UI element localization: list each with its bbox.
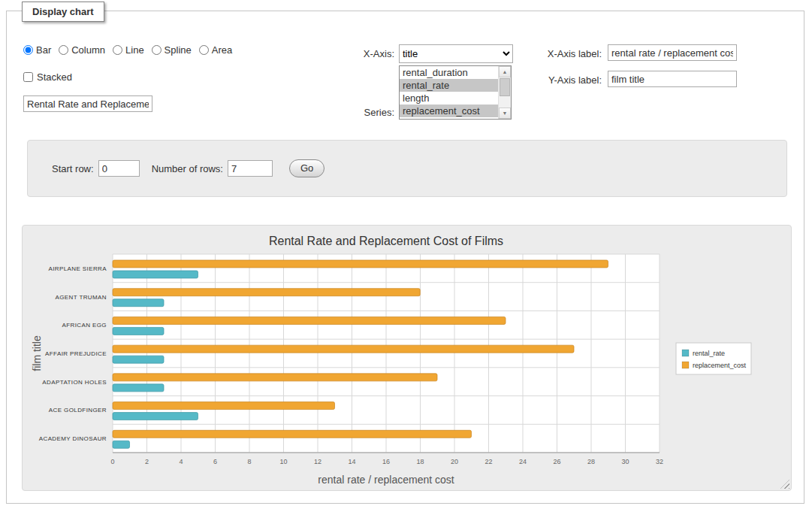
- x-axis-title: rental rate / replacement cost: [318, 474, 454, 486]
- bar-replacement_cost: [113, 260, 608, 268]
- bar-replacement_cost: [113, 345, 574, 353]
- x-axis-select[interactable]: title: [399, 44, 513, 63]
- x-axis-label-input[interactable]: [608, 44, 737, 61]
- legend-label: replacement_cost: [693, 362, 747, 369]
- category-label: AFRICAN EGG: [62, 322, 107, 329]
- rows-panel: Start row: Number of rows: Go: [27, 140, 787, 197]
- line-radio[interactable]: [113, 45, 122, 55]
- tick-label: 16: [382, 458, 390, 465]
- bar-replacement_cost: [113, 374, 437, 381]
- tick-label: 4: [179, 458, 183, 465]
- bar-radio-label: Bar: [36, 44, 51, 56]
- chart-panel: AIRPLANE SIERRAAGENT TRUMANAFRICAN EGGAF…: [22, 225, 792, 491]
- x-axis-label-label: X-Axis label:: [533, 48, 602, 59]
- column-radio[interactable]: [59, 45, 68, 55]
- bar-replacement_cost: [113, 402, 335, 410]
- display-chart-panel: Display chart Bar Column Line Spline Are…: [6, 11, 804, 504]
- tick-label: 14: [348, 458, 355, 465]
- chart-type-option-line[interactable]: Line: [113, 44, 144, 56]
- area-radio[interactable]: [199, 45, 209, 55]
- legend-swatch: [682, 362, 689, 368]
- scrollbar-thumb[interactable]: [500, 78, 510, 96]
- series-scrollbar[interactable]: ▲ ▼: [498, 66, 511, 119]
- series-options: rental_durationrental_ratelengthreplacem…: [400, 66, 498, 119]
- tick-label: 20: [451, 458, 458, 465]
- bar-rental_rate: [113, 271, 198, 278]
- spline-radio-label: Spline: [165, 44, 192, 56]
- chart-type-option-area[interactable]: Area: [199, 44, 232, 56]
- series-option[interactable]: rental_rate: [400, 79, 498, 92]
- start-row-input[interactable]: [98, 160, 140, 177]
- y-axis-label-label: Y-Axis label:: [533, 74, 602, 86]
- tick-label: 30: [621, 458, 629, 465]
- tick-label: 8: [247, 458, 251, 465]
- tick-label: 22: [484, 458, 492, 465]
- area-radio-label: Area: [212, 44, 232, 56]
- tick-label: 26: [553, 458, 560, 465]
- y-axis-label-input[interactable]: [608, 71, 737, 87]
- chart-type-option-spline[interactable]: Spline: [152, 44, 192, 56]
- bar-rental_rate: [113, 441, 130, 448]
- tick-label: 32: [656, 458, 663, 465]
- series-listbox[interactable]: rental_durationrental_ratelengthreplacem…: [399, 65, 512, 120]
- chart-legend: [676, 343, 751, 374]
- bar-rental_rate: [113, 384, 164, 392]
- tick-label: 18: [416, 458, 424, 465]
- stacked-option: Stacked: [23, 71, 72, 83]
- series-option[interactable]: replacement_cost: [400, 105, 498, 117]
- spline-radio[interactable]: [152, 45, 161, 55]
- bar-rental_rate: [113, 413, 198, 420]
- stacked-checkbox[interactable]: [23, 72, 33, 82]
- bar-rental_rate: [113, 327, 164, 335]
- category-label: ADAPTATION HOLES: [42, 379, 107, 386]
- bar-replacement_cost: [113, 317, 506, 324]
- series-option[interactable]: rental_duration: [400, 66, 498, 79]
- stacked-checkbox-label: Stacked: [37, 71, 72, 83]
- chart-type-radio-group: Bar Column Line Spline Area: [23, 44, 232, 56]
- category-label: AFFAIR PREJUDICE: [45, 350, 107, 357]
- y-axis-title: film title: [31, 335, 43, 371]
- fieldset-legend: Display chart: [22, 2, 104, 22]
- category-label: AIRPLANE SIERRA: [48, 265, 107, 272]
- series-list-label: Series:: [336, 107, 394, 118]
- bar-rental_rate: [113, 299, 164, 307]
- number-of-rows-label: Number of rows:: [152, 163, 223, 174]
- bar-radio[interactable]: [23, 45, 33, 55]
- category-label: ACE GOLDFINGER: [49, 407, 107, 414]
- go-button[interactable]: Go: [289, 159, 324, 177]
- tick-label: 12: [314, 458, 321, 465]
- category-label: AGENT TRUMAN: [55, 294, 107, 301]
- category-label: ACADEMY DINOSAUR: [39, 435, 107, 442]
- tick-label: 0: [110, 458, 114, 465]
- chart-type-option-column[interactable]: Column: [59, 44, 105, 56]
- chart-type-option-bar[interactable]: Bar: [23, 44, 51, 56]
- legend-swatch: [682, 350, 689, 356]
- bar-replacement_cost: [113, 430, 472, 438]
- legend-label: rental_rate: [693, 350, 725, 357]
- chart: AIRPLANE SIERRAAGENT TRUMANAFRICAN EGGAF…: [29, 230, 783, 489]
- series-option[interactable]: length: [400, 92, 498, 105]
- x-axis-select-label: X-Axis:: [336, 48, 394, 59]
- scrollbar-down-button[interactable]: ▼: [499, 108, 511, 119]
- line-radio-label: Line: [125, 44, 144, 56]
- column-radio-label: Column: [71, 44, 105, 56]
- tick-label: 28: [587, 458, 595, 465]
- start-row-label: Start row:: [52, 163, 94, 174]
- bar-rental_rate: [113, 356, 164, 363]
- tick-label: 10: [279, 458, 287, 465]
- number-of-rows-input[interactable]: [228, 160, 273, 177]
- scrollbar-track[interactable]: [499, 77, 511, 108]
- chart-title-input[interactable]: [23, 95, 152, 112]
- scrollbar-up-button[interactable]: ▲: [499, 66, 511, 77]
- bar-replacement_cost: [113, 289, 420, 296]
- tick-label: 24: [519, 458, 527, 465]
- tick-label: 2: [145, 458, 149, 465]
- chart-title: Rental Rate and Replacement Cost of Film…: [269, 235, 503, 247]
- tick-label: 6: [213, 458, 217, 465]
